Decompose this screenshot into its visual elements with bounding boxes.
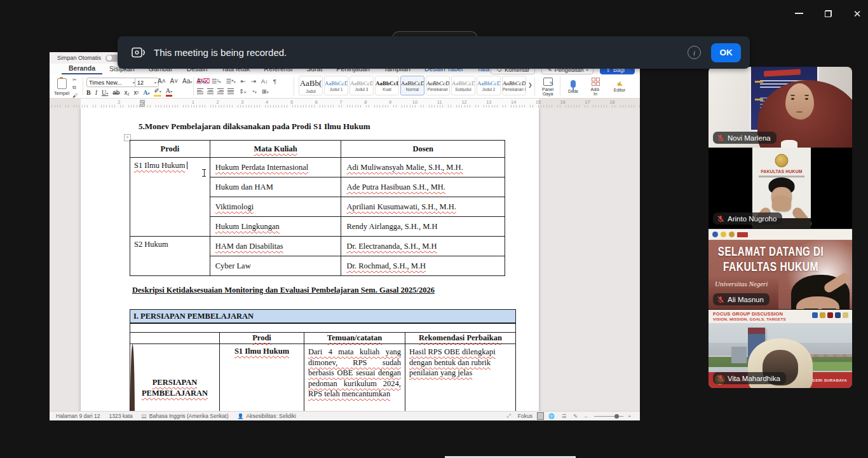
font-color-button[interactable]: A▾: [166, 88, 172, 97]
style-item[interactable]: AaBbCcDdEe Normal: [400, 76, 424, 95]
web-layout-icon[interactable]: 🌐: [548, 413, 555, 419]
superscript-button[interactable]: x²: [134, 89, 139, 96]
close-button[interactable]: ✕: [851, 8, 863, 19]
fgd-subtitle: VISION, MISSION, GOALS, TARGETS: [713, 317, 786, 321]
bold-button[interactable]: B: [86, 89, 91, 96]
status-bar: Halaman 9 dari 12 1323 kata 🕮 Bahasa Ing…: [50, 411, 640, 420]
accessibility-status[interactable]: Aksesibilitas: Selidiki: [247, 413, 296, 419]
editor-button[interactable]: ✍ Editor: [609, 76, 630, 97]
bullets-button[interactable]: ☰•▾: [197, 78, 207, 85]
shading-button[interactable]: ◔▾: [251, 88, 257, 95]
multilevel-button[interactable]: ☰*▾: [226, 78, 236, 85]
format-painter-icon[interactable]: 🖌: [72, 93, 78, 99]
header-cell: Prodi: [130, 141, 210, 158]
table-row: S1 Ilmu Hukum Hukum Perdata Internasiona…: [130, 158, 505, 177]
header-cell: Temuan/catatan: [304, 333, 405, 344]
ribbon-tab[interactable]: Beranda: [62, 64, 102, 74]
highlight-button[interactable]: ✐▾: [154, 88, 161, 97]
ok-button[interactable]: OK: [711, 43, 741, 62]
language-indicator[interactable]: Bahasa Inggris (Amerika Serikat): [149, 413, 229, 419]
name-label: Novi Marlena: [713, 132, 776, 144]
pilcrow-icon[interactable]: ¶: [273, 78, 276, 85]
align-right-button[interactable]: [217, 88, 224, 94]
grow-font-icon[interactable]: A˄: [158, 78, 166, 85]
decrease-indent-icon[interactable]: ⇤: [241, 78, 246, 85]
video-tile-ali[interactable]: SELAMAT DATANG DI FAKULTAS HUKUM Univers…: [709, 229, 852, 309]
font-name-select[interactable]: Times New...▾: [86, 78, 137, 87]
text-effects-button[interactable]: A▾: [143, 89, 149, 96]
proofing-icon[interactable]: 🕮: [142, 413, 147, 419]
collar: [781, 140, 797, 148]
underline-button[interactable]: U▾: [102, 89, 108, 96]
video-tile-novi[interactable]: Novi Marlena: [709, 67, 852, 148]
video-tile-vita[interactable]: FOCUS GROUP DISCUSSION VISION, MISSION, …: [709, 310, 852, 388]
name-label: Arinto Nugroho: [713, 212, 782, 225]
italic-button[interactable]: I: [95, 89, 97, 96]
paste-button[interactable]: Tempel: [53, 76, 70, 97]
align-center-button[interactable]: [207, 88, 214, 94]
minimize-button[interactable]: [793, 8, 804, 19]
style-item[interactable]: AaBbCcDdEe Penekanan: [426, 76, 450, 95]
style-item[interactable]: AaBbCcDdEe Penekanan H...: [502, 76, 526, 95]
cut-icon[interactable]: ✂: [72, 77, 78, 83]
font-size-select[interactable]: 12▾: [135, 78, 159, 87]
info-icon[interactable]: i: [688, 46, 701, 59]
zoom-out-icon[interactable]: –: [585, 413, 587, 419]
dictate-button[interactable]: Dikte: [563, 76, 583, 97]
indent-markers[interactable]: [140, 100, 144, 106]
strikethrough-button[interactable]: ab: [112, 89, 119, 96]
person-face: [785, 83, 814, 120]
video-tile-arinto[interactable]: FAKULTAS HUKUM Arinto Nugroho: [709, 148, 852, 228]
copy-icon[interactable]: ⧉: [72, 85, 78, 91]
mic-muted-icon: [717, 375, 724, 382]
style-item[interactable]: AaBbCcDdE Judul 2: [477, 76, 501, 95]
sort-icon[interactable]: A↓: [261, 78, 268, 85]
style-item[interactable]: AaBbCcDdEe Judul 3: [349, 76, 374, 95]
ruler-number: 3: [230, 99, 255, 105]
section-band: I. PERSIAPAN PEMBELAJARAN: [130, 309, 516, 323]
recording-notification: This meeting is being recorded. i OK: [118, 36, 750, 69]
faculty-emblem: [775, 154, 789, 167]
ruler-number: 2: [205, 99, 230, 105]
print-layout-icon[interactable]: [537, 412, 544, 420]
welcome-line2: FAKULTAS HUKUM: [714, 260, 828, 275]
align-left-button[interactable]: [197, 88, 203, 94]
justify-button[interactable]: [227, 88, 234, 94]
logo: [729, 232, 735, 237]
shrink-font-icon[interactable]: A˅: [170, 78, 179, 85]
zoom-in-icon[interactable]: +: [628, 413, 631, 419]
styles-scroll-arrow[interactable]: ❯: [528, 82, 532, 88]
persiapan-header-row: Prodi Temuan/catatan Rekomendasi Perbaik…: [130, 332, 515, 344]
logo-row: [812, 312, 848, 318]
ruler-number: 2: [107, 99, 132, 105]
increase-indent-icon[interactable]: ⇥: [251, 78, 256, 85]
draft-view-icon[interactable]: ✎: [573, 413, 578, 419]
subscript-button[interactable]: x₂: [124, 89, 129, 96]
recording-camera-icon: [132, 47, 146, 58]
numbering-button[interactable]: ☰¹▾: [212, 78, 221, 85]
page-indicator[interactable]: Halaman 9 dari 12: [56, 413, 100, 419]
focus-label[interactable]: Fokus: [518, 413, 532, 419]
ruler-number: 7: [329, 99, 353, 105]
name-label: Vita Mahardhika: [713, 372, 786, 384]
style-item[interactable]: AaBbCcDc Judul 1: [324, 76, 348, 95]
borders-button[interactable]: ⊞▾: [262, 88, 269, 95]
style-item[interactable]: AaBb( Judul: [299, 76, 323, 95]
ruler-number: 4: [255, 99, 280, 105]
restore-button[interactable]: [822, 8, 834, 19]
change-case-icon[interactable]: Aa▾: [182, 78, 192, 85]
style-item[interactable]: AaBbCcDdEe Kuat: [375, 76, 399, 95]
row-label-cell: PERSIAPAN PEMBELAJARAN: [130, 344, 219, 411]
clipboard-icon: [57, 78, 67, 89]
style-item[interactable]: AaBbCcDdEe Subjudul: [451, 76, 475, 95]
focus-expand-icon[interactable]: ⤢: [506, 413, 510, 419]
word-count[interactable]: 1323 kata: [109, 413, 132, 419]
line-spacing-button[interactable]: ⇕▾: [239, 88, 246, 95]
ibeam-cursor: [201, 169, 207, 177]
outline-view-icon[interactable]: ☰: [562, 413, 566, 419]
zoom-slider[interactable]: [594, 416, 623, 417]
addin-button[interactable]: Add-In: [585, 76, 606, 97]
accessibility-icon[interactable]: 👤: [238, 413, 244, 419]
style-pane-button[interactable]: Panel Gaya: [538, 76, 558, 97]
ruler-number: 17: [575, 99, 600, 105]
